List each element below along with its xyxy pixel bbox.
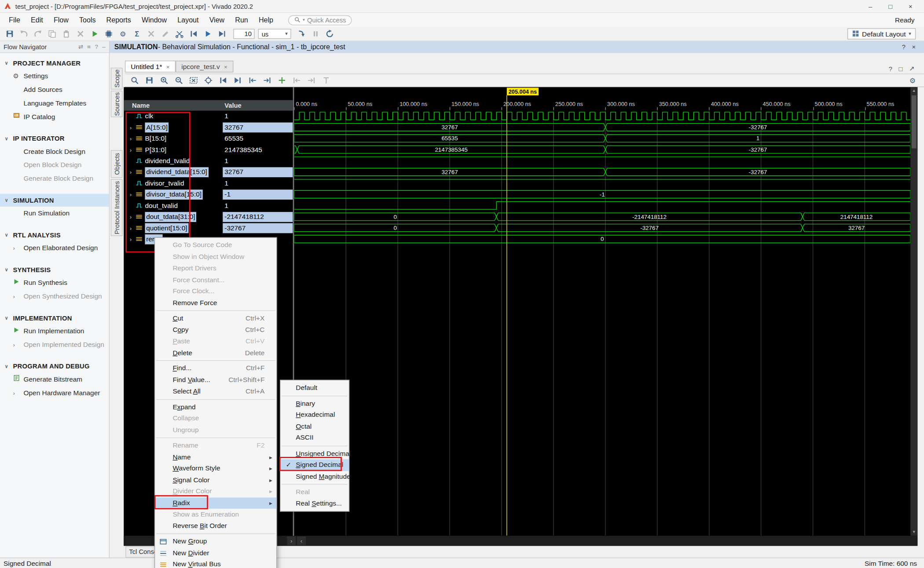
menu-item-hexadecimal[interactable]: Hexadecimal: [280, 409, 348, 421]
run-icon[interactable]: [88, 28, 101, 40]
waveform-a-15-0[interactable]: 32767-32767: [294, 124, 910, 131]
flow-nav-item-add-sources[interactable]: Add Sources: [0, 83, 109, 97]
menu-item-octal[interactable]: Octal: [280, 421, 348, 432]
chevron-right-icon[interactable]: ›: [13, 338, 15, 352]
menu-reports[interactable]: Reports: [101, 13, 136, 27]
menu-item-cut[interactable]: CutCtrl+X: [155, 313, 276, 324]
expand-icon[interactable]: ›: [130, 189, 132, 200]
menu-run[interactable]: Run: [230, 13, 253, 27]
float-window-icon[interactable]: □: [899, 65, 903, 72]
signal-name[interactable]: divisor_tvalid: [145, 178, 184, 189]
menu-item-signed-decimal[interactable]: ✓Signed Decimal: [280, 459, 348, 471]
waveform-canvas[interactable]: 32767-327676553512147385345-3276732767-3…: [294, 87, 910, 536]
zoom-to-cursor-icon[interactable]: [203, 75, 214, 86]
flow-nav-item-open-implemented-design[interactable]: ›Open Implemented Design: [0, 338, 109, 352]
signal-row-dividend-tdata-15-0[interactable]: ›dividend_tdata[15:0]32767: [124, 167, 293, 178]
menu-item-unsigned-decimal[interactable]: Unsigned Decimal: [280, 448, 348, 459]
menu-item-delete[interactable]: DeleteDelete: [155, 347, 276, 359]
run-for-icon[interactable]: [216, 28, 228, 40]
flow-nav-item-create-block-design[interactable]: Create Block Design: [0, 145, 109, 158]
menu-item-find-value[interactable]: Find Value...Ctrl+Shift+F: [155, 374, 276, 386]
waveform-dout-tdata-31-0[interactable]: 0-21474181122147418112: [294, 213, 910, 220]
maximize-panel-icon[interactable]: ↗: [909, 65, 914, 72]
scroll-right-icon[interactable]: ›: [287, 536, 296, 545]
relaunch-icon[interactable]: [323, 28, 336, 40]
cursor-time-flag[interactable]: 205.004 ns: [507, 88, 539, 95]
menu-window[interactable]: Window: [136, 13, 172, 27]
waveform-divisor-tdata-15-0[interactable]: -1: [294, 190, 910, 198]
signal-row-b-15-0[interactable]: ›B[15:0]65535: [124, 133, 293, 144]
menu-item-signal-color[interactable]: Signal Color▸: [155, 474, 276, 486]
side-tab-scope[interactable]: Scope: [111, 68, 123, 90]
waveform-settings-icon[interactable]: ⚙: [909, 76, 916, 84]
tab-untitled-1[interactable]: Untitled 1* ×: [125, 61, 176, 73]
step-icon[interactable]: [295, 28, 308, 40]
signal-name[interactable]: P[31:0]: [145, 145, 166, 155]
menu-tools[interactable]: Tools: [74, 13, 101, 27]
zoom-fit-icon[interactable]: [188, 75, 199, 86]
signal-name[interactable]: clk: [145, 111, 153, 121]
save-waveform-icon[interactable]: [144, 75, 155, 86]
menu-item-name[interactable]: Name▸: [155, 451, 276, 463]
side-tab-protocol-instances[interactable]: Protocol Instances: [111, 179, 123, 236]
report-icon[interactable]: Σ: [131, 28, 143, 40]
menu-item-radix[interactable]: Radix▸: [155, 497, 276, 509]
signal-name[interactable]: dividend_tdata[15:0]: [145, 167, 208, 177]
menu-item-binary[interactable]: Binary: [280, 398, 348, 409]
maximize-button[interactable]: □: [880, 0, 901, 12]
minimize-button[interactable]: –: [860, 0, 880, 12]
expand-icon[interactable]: ›: [130, 144, 132, 155]
help-icon[interactable]: ?: [889, 65, 892, 72]
scroll-left-icon[interactable]: ‹: [297, 536, 306, 545]
waveform-quotient-15-0[interactable]: 0-3276732767: [294, 224, 910, 232]
menu-item-new-virtual-bus[interactable]: New Virtual Bus: [155, 559, 276, 568]
menu-item-find[interactable]: Find...Ctrl+F: [155, 363, 276, 374]
menu-item-reverse-bit-order[interactable]: Reverse Bit Order: [155, 520, 276, 532]
menu-layout[interactable]: Layout: [172, 13, 204, 27]
quick-access-search[interactable]: ▾ Quick Access: [288, 15, 352, 25]
scrollbar-thumb[interactable]: [912, 95, 917, 149]
search-icon[interactable]: [129, 75, 140, 86]
signal-name[interactable]: quotient[15:0]: [145, 223, 188, 233]
signal-name[interactable]: A[15:0]: [145, 123, 169, 133]
flow-nav-item-open-block-design[interactable]: Open Block Design: [0, 158, 109, 172]
side-tab-sources[interactable]: Sources: [111, 91, 123, 117]
zoom-out-icon[interactable]: [173, 75, 184, 86]
signal-row-dividend-tvalid[interactable]: dividend_tvalid1: [124, 156, 293, 167]
restart-sim-icon[interactable]: [187, 28, 200, 40]
menu-item-select-all[interactable]: Select AllCtrl+A: [155, 386, 276, 397]
signal-name[interactable]: dividend_tvalid: [145, 156, 190, 166]
flow-nav-item-settings[interactable]: ⚙Settings: [0, 69, 109, 83]
waveform-dividend-tdata-15-0[interactable]: 32767-32767: [294, 168, 910, 175]
expand-icon[interactable]: ›: [130, 234, 132, 245]
flow-nav-section-ip-integrator[interactable]: ∨IP INTEGRATOR: [0, 132, 109, 145]
menu-file[interactable]: File: [4, 13, 26, 27]
menu-item-new-group[interactable]: New Group: [155, 536, 276, 547]
menu-item-default[interactable]: Default: [280, 382, 348, 393]
close-icon[interactable]: ×: [166, 63, 170, 70]
goto-time-zero-icon[interactable]: [217, 75, 228, 86]
menu-flow[interactable]: Flow: [48, 13, 74, 27]
run-time-input[interactable]: 10: [233, 29, 254, 39]
signal-row-dout-tvalid[interactable]: dout_tvalid1: [124, 200, 293, 211]
chevron-right-icon[interactable]: ›: [13, 290, 15, 303]
signal-row-quotient-15-0[interactable]: ›quotient[15:0]-32767: [124, 222, 293, 233]
menu-item-copy[interactable]: CopyCtrl+C: [155, 324, 276, 335]
signal-row-clk[interactable]: clk1: [124, 111, 293, 122]
goto-time-end-icon[interactable]: [232, 75, 243, 86]
flow-nav-item-run-synthesis[interactable]: Run Synthesis: [0, 276, 109, 290]
menu-item-waveform-style[interactable]: Waveform Style▸: [155, 463, 276, 474]
flow-nav-section-project-manager[interactable]: ∨PROJECT MANAGER: [0, 57, 109, 69]
signal-name[interactable]: dout_tdata[31:0]: [145, 212, 196, 222]
chevron-right-icon[interactable]: ›: [13, 241, 15, 255]
menu-icon[interactable]: ≡: [87, 44, 91, 50]
expand-icon[interactable]: ›: [130, 222, 132, 233]
signal-row-a-15-0[interactable]: ›A[15:0]32767: [124, 122, 293, 133]
value-column-header[interactable]: Value: [224, 100, 242, 111]
flow-nav-section-rtl-analysis[interactable]: ∨RTL ANALYSIS: [0, 229, 109, 241]
signal-row-p-31-0[interactable]: ›P[31:0]2147385345: [124, 144, 293, 155]
probe-icon[interactable]: [173, 28, 186, 40]
help-icon[interactable]: ?: [95, 44, 98, 50]
help-icon[interactable]: ?: [902, 44, 906, 51]
expand-icon[interactable]: ›: [130, 133, 132, 144]
